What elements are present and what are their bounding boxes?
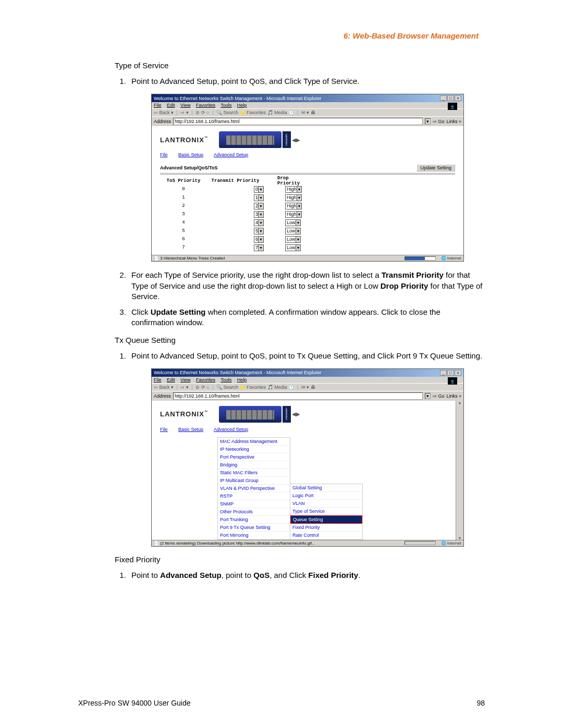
tos-row: 00▼High▼ xyxy=(160,185,455,193)
back-button[interactable]: Back xyxy=(160,110,170,115)
subnav-advanced-setup[interactable]: Advanced Setup xyxy=(214,427,248,432)
adv-menu-item[interactable]: Bridging xyxy=(218,461,290,469)
adv-menu-item[interactable]: SNMP xyxy=(218,500,290,508)
address-label: Address xyxy=(154,393,171,399)
back-button[interactable]: Back xyxy=(160,385,170,390)
update-setting-button[interactable]: Update Setting xyxy=(417,164,455,171)
progress-bar-2 xyxy=(405,541,436,545)
address-dropdown-icon[interactable]: ▾ xyxy=(425,118,431,125)
menu-help[interactable]: Help xyxy=(237,103,247,108)
go-button[interactable]: ⇨ Go xyxy=(433,393,445,399)
nav-arrows-icon[interactable]: ◀▶ xyxy=(292,137,300,143)
window-controls[interactable]: _□× xyxy=(439,95,461,101)
drop-priority-select[interactable]: High▼ xyxy=(285,211,302,218)
go-button[interactable]: ⇨ Go xyxy=(433,119,445,124)
drop-priority-select[interactable]: High▼ xyxy=(285,203,302,209)
chapter-header: 6: Web-Based Browser Management xyxy=(78,31,485,40)
search-button[interactable]: Search xyxy=(224,110,239,115)
subnav-basic-setup[interactable]: Basic Setup xyxy=(178,152,203,157)
subnav-advanced-setup[interactable]: Advanced Setup xyxy=(214,152,248,157)
transmit-priority-select[interactable]: 4▼ xyxy=(254,219,264,226)
qos-submenu-item[interactable]: Type of Service xyxy=(290,508,362,515)
window-controls-2[interactable]: _□× xyxy=(439,370,461,376)
menu-edit[interactable]: Edit xyxy=(167,103,175,108)
maximize-icon[interactable]: □ xyxy=(447,370,454,376)
adv-menu-item[interactable]: VLAN & PVID Perspective xyxy=(218,485,290,492)
subnav-file[interactable]: File xyxy=(160,152,168,157)
drop-priority-select[interactable]: Low▼ xyxy=(285,219,301,226)
adv-menu-item[interactable]: Port Mirroring xyxy=(218,532,290,539)
drop-priority-select[interactable]: Low▼ xyxy=(285,236,301,243)
qos-submenu[interactable]: Global SettingLogic PortVLANType of Serv… xyxy=(290,484,363,540)
menu-file[interactable]: File xyxy=(154,103,162,108)
minimize-icon[interactable]: _ xyxy=(440,95,447,101)
qos-submenu-item[interactable]: Rate Control xyxy=(290,532,362,539)
address-input[interactable]: http://192.168.1.10/frames.html xyxy=(173,118,423,125)
menu-view[interactable]: View xyxy=(180,377,190,382)
advanced-setup-menu[interactable]: MAC Address ManagementIP NetworkingPort … xyxy=(217,437,290,540)
ie-address-bar[interactable]: Address http://192.168.1.10/frames.html … xyxy=(152,116,463,126)
qos-submenu-item[interactable]: VLAN xyxy=(290,500,362,508)
menu-file[interactable]: File xyxy=(154,377,162,382)
links-label[interactable]: Links » xyxy=(446,393,461,399)
menu-help[interactable]: Help xyxy=(237,377,247,382)
drop-priority-select[interactable]: High▼ xyxy=(285,194,302,201)
adv-menu-item[interactable]: Port Perspective xyxy=(218,453,290,461)
address-input[interactable]: http://192.168.1.10/frames.html xyxy=(173,392,423,400)
transmit-priority-select[interactable]: 3▼ xyxy=(254,211,264,218)
tos-priority-cell: 3 xyxy=(160,212,207,217)
adv-menu-item[interactable]: IP Networking xyxy=(218,446,290,453)
breadcrumb: Advanced Setup/QoS/ToS xyxy=(160,165,217,170)
ie-address-bar-2[interactable]: Address http://192.168.1.10/frames.html … xyxy=(152,391,463,401)
qos-submenu-item[interactable]: Global Setting xyxy=(290,484,362,492)
subnav-basic-setup[interactable]: Basic Setup xyxy=(178,427,203,432)
menu-edit[interactable]: Edit xyxy=(167,377,175,382)
qos-submenu-item[interactable]: Logic Port xyxy=(290,492,362,500)
transmit-priority-select[interactable]: 2▼ xyxy=(254,203,264,209)
drop-priority-select[interactable]: High▼ xyxy=(285,186,302,193)
adv-menu-item[interactable]: Port 9 Tx Queue Setting xyxy=(218,524,290,532)
close-icon[interactable]: × xyxy=(455,95,461,101)
adv-menu-item[interactable]: Port Trunking xyxy=(218,516,290,524)
favorites-button[interactable]: Favorites xyxy=(247,385,266,390)
ie-toolbar[interactable]: ⇦ Back ▾ | ⇨ ▾ | ⊘ ⟳ ⌂ | 🔍 Search ⭐ Favo… xyxy=(152,108,463,116)
menu-tools[interactable]: Tools xyxy=(221,377,231,382)
subnav: File Basic Setup Advanced Setup xyxy=(160,152,455,157)
adv-menu-item[interactable]: RSTP xyxy=(218,492,290,500)
nav-arrows-icon[interactable]: ◀▶ xyxy=(292,411,300,417)
drop-priority-select[interactable]: Low▼ xyxy=(285,228,301,235)
address-dropdown-icon[interactable]: ▾ xyxy=(425,393,431,399)
qos-submenu-item[interactable]: Queue Setting xyxy=(290,515,362,524)
ie-toolbar-2[interactable]: ⇦ Back ▾ | ⇨ ▾ | ⊘ ⟳ ⌂ | 🔍 Search ⭐ Favo… xyxy=(152,383,463,391)
close-icon[interactable]: × xyxy=(455,370,461,376)
menu-favorites[interactable]: Favorites xyxy=(196,103,215,108)
search-button[interactable]: Search xyxy=(224,385,239,390)
menu-favorites[interactable]: Favorites xyxy=(196,377,215,382)
ie-menubar[interactable]: File Edit View Favorites Tools Help e xyxy=(152,102,463,108)
vertical-scrollbar[interactable]: ▲▼ xyxy=(456,401,463,540)
drop-priority-select[interactable]: Low▼ xyxy=(285,244,301,251)
ie-menubar-2[interactable]: File Edit View Favorites Tools Help e xyxy=(152,377,463,383)
internet-zone: 🌐 Internet xyxy=(441,256,461,261)
tos-priority-cell: 0 xyxy=(160,187,207,192)
adv-menu-item[interactable]: IP Multicast Group xyxy=(218,477,290,485)
adv-menu-item[interactable]: Other Protocols xyxy=(218,508,290,516)
transmit-priority-select[interactable]: 5▼ xyxy=(254,228,264,235)
transmit-priority-select[interactable]: 0▼ xyxy=(254,186,264,193)
transmit-priority-select[interactable]: 7▼ xyxy=(254,244,264,251)
adv-menu-item[interactable]: Static MAC Filters xyxy=(218,469,290,477)
maximize-icon[interactable]: □ xyxy=(447,95,454,101)
minimize-icon[interactable]: _ xyxy=(440,370,447,376)
favorites-button[interactable]: Favorites xyxy=(247,110,266,115)
transmit-priority-select[interactable]: 6▼ xyxy=(254,236,264,243)
tos-row: 55▼Low▼ xyxy=(160,227,455,235)
qos-submenu-item[interactable]: Fixed Priority xyxy=(290,524,362,532)
subnav-file[interactable]: File xyxy=(160,427,168,432)
menu-tools[interactable]: Tools xyxy=(221,103,231,108)
links-label[interactable]: Links » xyxy=(446,119,461,124)
menu-view[interactable]: View xyxy=(180,103,190,108)
transmit-priority-select[interactable]: 1▼ xyxy=(254,194,264,201)
media-button[interactable]: Media xyxy=(274,385,287,390)
adv-menu-item[interactable]: MAC Address Management xyxy=(218,438,290,446)
media-button[interactable]: Media xyxy=(274,110,287,115)
